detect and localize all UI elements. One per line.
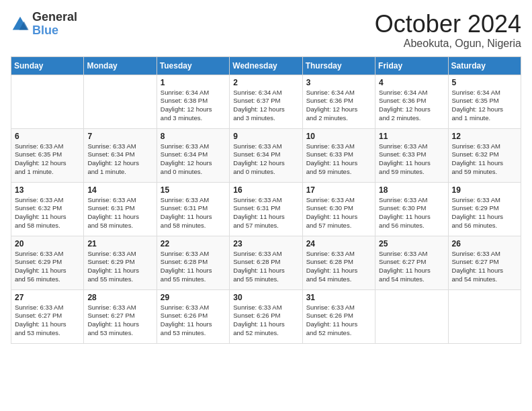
day-info: Sunrise: 6:33 AM Sunset: 6:27 PM Dayligh… [379,250,444,284]
day-info: Sunrise: 6:33 AM Sunset: 6:26 PM Dayligh… [161,304,226,338]
day-info: Sunrise: 6:33 AM Sunset: 6:29 PM Dayligh… [87,250,152,284]
day-number: 12 [452,132,517,141]
calendar-cell: 14Sunrise: 6:33 AM Sunset: 6:31 PM Dayli… [84,182,157,236]
day-number: 26 [452,239,517,248]
day-number: 20 [15,239,80,248]
day-number: 27 [15,293,80,302]
calendar-cell: 15Sunrise: 6:33 AM Sunset: 6:31 PM Dayli… [157,182,229,236]
day-info: Sunrise: 6:33 AM Sunset: 6:32 PM Dayligh… [15,196,80,230]
day-info: Sunrise: 6:33 AM Sunset: 6:31 PM Dayligh… [87,196,152,230]
calendar-cell: 26Sunrise: 6:33 AM Sunset: 6:27 PM Dayli… [448,236,521,289]
calendar-cell: 30Sunrise: 6:33 AM Sunset: 6:26 PM Dayli… [230,289,302,343]
day-number: 14 [87,185,152,195]
calendar-cell: 5Sunrise: 6:34 AM Sunset: 6:35 PM Daylig… [448,75,521,128]
day-info: Sunrise: 6:34 AM Sunset: 6:35 PM Dayligh… [452,89,517,123]
calendar-week-row: 6Sunrise: 6:33 AM Sunset: 6:35 PM Daylig… [11,128,521,182]
day-number: 16 [233,185,298,195]
calendar-cell: 6Sunrise: 6:33 AM Sunset: 6:35 PM Daylig… [11,128,84,182]
calendar-cell: 1Sunrise: 6:34 AM Sunset: 6:38 PM Daylig… [157,75,229,128]
day-info: Sunrise: 6:33 AM Sunset: 6:33 PM Dayligh… [379,142,444,177]
weekday-header-friday: Friday [375,56,448,75]
calendar-week-row: 13Sunrise: 6:33 AM Sunset: 6:32 PM Dayli… [11,182,521,236]
day-number: 31 [306,293,371,302]
calendar-cell: 29Sunrise: 6:33 AM Sunset: 6:26 PM Dayli… [157,289,229,343]
weekday-header-wednesday: Wednesday [230,56,302,75]
day-info: Sunrise: 6:33 AM Sunset: 6:26 PM Dayligh… [306,304,371,338]
month-title: October 2024 [375,11,521,38]
day-number: 3 [306,78,371,87]
weekday-header-saturday: Saturday [448,56,521,75]
calendar-cell: 18Sunrise: 6:33 AM Sunset: 6:30 PM Dayli… [375,182,448,236]
calendar-cell [84,75,157,128]
weekday-header-tuesday: Tuesday [157,56,229,75]
calendar-week-row: 20Sunrise: 6:33 AM Sunset: 6:29 PM Dayli… [11,236,521,289]
day-number: 18 [379,185,444,195]
day-info: Sunrise: 6:33 AM Sunset: 6:34 PM Dayligh… [161,142,226,177]
day-number: 5 [452,78,517,87]
calendar-cell: 12Sunrise: 6:33 AM Sunset: 6:32 PM Dayli… [448,128,521,182]
day-number: 10 [306,132,371,141]
calendar-week-row: 27Sunrise: 6:33 AM Sunset: 6:27 PM Dayli… [11,289,521,343]
day-info: Sunrise: 6:33 AM Sunset: 6:31 PM Dayligh… [233,196,298,230]
day-info: Sunrise: 6:33 AM Sunset: 6:33 PM Dayligh… [306,142,371,177]
logo: General Blue [11,11,77,38]
day-number: 24 [306,239,371,248]
calendar-cell: 8Sunrise: 6:33 AM Sunset: 6:34 PM Daylig… [157,128,229,182]
day-number: 29 [161,293,226,302]
day-number: 28 [87,293,152,302]
day-info: Sunrise: 6:33 AM Sunset: 6:26 PM Dayligh… [233,304,298,338]
logo-general: General Blue [32,11,77,38]
day-info: Sunrise: 6:34 AM Sunset: 6:36 PM Dayligh… [379,89,444,123]
day-number: 30 [233,293,298,302]
day-number: 9 [233,132,298,141]
title-block: October 2024 Abeokuta, Ogun, Nigeria [375,11,521,50]
day-info: Sunrise: 6:33 AM Sunset: 6:27 PM Dayligh… [87,304,152,338]
day-info: Sunrise: 6:34 AM Sunset: 6:38 PM Dayligh… [161,89,226,123]
calendar-cell: 28Sunrise: 6:33 AM Sunset: 6:27 PM Dayli… [84,289,157,343]
calendar-week-row: 1Sunrise: 6:34 AM Sunset: 6:38 PM Daylig… [11,75,521,128]
day-number: 21 [87,239,152,248]
calendar-cell: 20Sunrise: 6:33 AM Sunset: 6:29 PM Dayli… [11,236,84,289]
calendar-cell [375,289,448,343]
calendar-cell: 7Sunrise: 6:33 AM Sunset: 6:34 PM Daylig… [84,128,157,182]
calendar-cell: 16Sunrise: 6:33 AM Sunset: 6:31 PM Dayli… [230,182,302,236]
calendar-cell: 13Sunrise: 6:33 AM Sunset: 6:32 PM Dayli… [11,182,84,236]
day-info: Sunrise: 6:33 AM Sunset: 6:32 PM Dayligh… [452,142,517,177]
calendar-cell: 19Sunrise: 6:33 AM Sunset: 6:29 PM Dayli… [448,182,521,236]
day-info: Sunrise: 6:33 AM Sunset: 6:29 PM Dayligh… [15,250,80,284]
weekday-header-monday: Monday [84,56,157,75]
calendar-cell: 22Sunrise: 6:33 AM Sunset: 6:28 PM Dayli… [157,236,229,289]
day-number: 23 [233,239,298,248]
calendar-cell: 3Sunrise: 6:34 AM Sunset: 6:36 PM Daylig… [302,75,375,128]
calendar-table: SundayMondayTuesdayWednesdayThursdayFrid… [11,56,521,344]
weekday-header-sunday: Sunday [11,56,84,75]
day-number: 22 [161,239,226,248]
calendar-cell: 25Sunrise: 6:33 AM Sunset: 6:27 PM Dayli… [375,236,448,289]
calendar-cell: 11Sunrise: 6:33 AM Sunset: 6:33 PM Dayli… [375,128,448,182]
day-number: 2 [233,78,298,87]
day-info: Sunrise: 6:34 AM Sunset: 6:36 PM Dayligh… [306,89,371,123]
day-info: Sunrise: 6:33 AM Sunset: 6:29 PM Dayligh… [452,196,517,230]
calendar-cell [448,289,521,343]
calendar-cell: 23Sunrise: 6:33 AM Sunset: 6:28 PM Dayli… [230,236,302,289]
day-info: Sunrise: 6:33 AM Sunset: 6:28 PM Dayligh… [233,250,298,284]
day-info: Sunrise: 6:33 AM Sunset: 6:28 PM Dayligh… [306,250,371,284]
day-info: Sunrise: 6:33 AM Sunset: 6:35 PM Dayligh… [15,142,80,177]
day-info: Sunrise: 6:33 AM Sunset: 6:34 PM Dayligh… [87,142,152,177]
calendar-cell: 10Sunrise: 6:33 AM Sunset: 6:33 PM Dayli… [302,128,375,182]
calendar-cell: 4Sunrise: 6:34 AM Sunset: 6:36 PM Daylig… [375,75,448,128]
weekday-header-thursday: Thursday [302,56,375,75]
day-info: Sunrise: 6:34 AM Sunset: 6:37 PM Dayligh… [233,89,298,123]
day-number: 6 [15,132,80,141]
calendar-cell: 17Sunrise: 6:33 AM Sunset: 6:30 PM Dayli… [302,182,375,236]
day-number: 4 [379,78,444,87]
day-info: Sunrise: 6:33 AM Sunset: 6:30 PM Dayligh… [379,196,444,230]
day-number: 17 [306,185,371,195]
calendar-header-row: SundayMondayTuesdayWednesdayThursdayFrid… [11,56,521,75]
day-info: Sunrise: 6:33 AM Sunset: 6:28 PM Dayligh… [161,250,226,284]
day-info: Sunrise: 6:33 AM Sunset: 6:34 PM Dayligh… [233,142,298,177]
day-number: 8 [161,132,226,141]
day-number: 15 [161,185,226,195]
day-number: 7 [87,132,152,141]
day-number: 11 [379,132,444,141]
